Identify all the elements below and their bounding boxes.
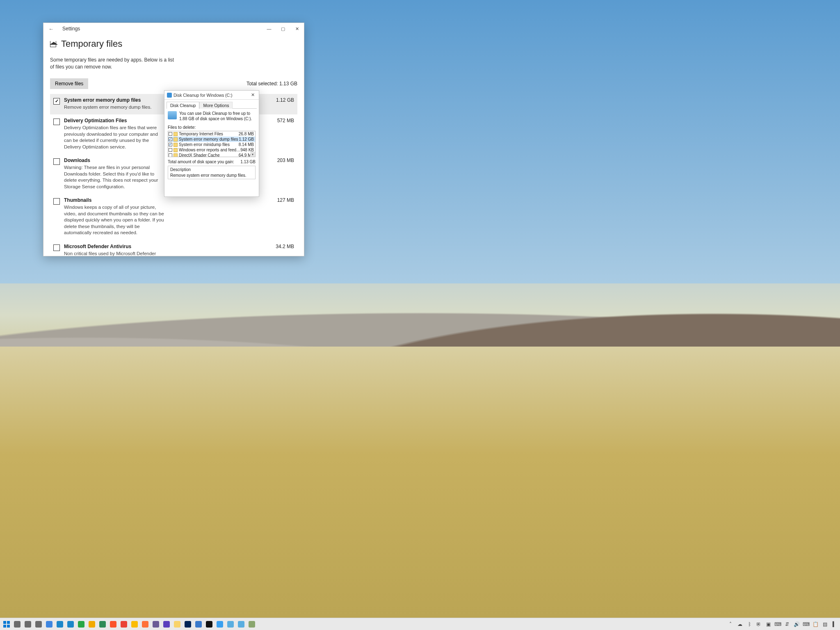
close-button[interactable]: ✕ <box>248 91 257 100</box>
settings-icon[interactable] <box>23 619 33 629</box>
item-desc: Delivery Optimization files are files th… <box>64 125 167 150</box>
volume-icon[interactable]: 🔊 <box>792 620 801 629</box>
description-box: Description Remove system error memory d… <box>168 166 256 179</box>
description-text: Remove system error memory dump files. <box>170 173 253 178</box>
item-desc: Non critical files used by Microsoft Def… <box>64 251 167 256</box>
checkbox[interactable] <box>53 119 60 125</box>
checkbox[interactable] <box>169 143 172 146</box>
item-size: 34.2 MB <box>276 244 294 249</box>
taskbar: ˄☁ᛒ⛨▣⌨⇵🔊⌨📋▤▍ <box>0 618 840 630</box>
cleanup-row[interactable]: DirectX Shader Cache64.9 MB <box>168 153 255 157</box>
cleanup-row[interactable]: Windows error reports and feedback di…94… <box>168 147 255 153</box>
item-name: Microsoft Defender Antivirus <box>64 244 131 249</box>
cleanup-row[interactable]: System error memory dump files1.12 GB <box>168 137 255 142</box>
checkbox[interactable] <box>53 244 60 251</box>
firefox-nightly-icon[interactable] <box>162 619 171 629</box>
sticky-icon[interactable] <box>226 619 235 629</box>
item-size: 1.12 GB <box>276 97 294 103</box>
close-button[interactable]: ✕ <box>290 23 304 34</box>
chrome-icon[interactable] <box>119 619 129 629</box>
edge-dev-icon[interactable] <box>76 619 86 629</box>
cleanup-file-list[interactable]: Temporary Internet Files26.8 MBSystem er… <box>168 131 256 157</box>
item-desc: Windows keeps a copy of all of your pict… <box>64 204 167 236</box>
item-name: Downloads <box>64 158 90 163</box>
row-name: Windows error reports and feedback di… <box>179 148 240 152</box>
disk-cleanup-window: Disk Cleanup for Windows (C:) ✕ Disk Cle… <box>164 90 259 197</box>
cmd-icon[interactable] <box>204 619 214 629</box>
temp-file-item[interactable]: Microsoft Defender Antivirus34.2 MBNon c… <box>50 240 297 256</box>
folder-green-icon[interactable] <box>98 619 107 629</box>
row-size: 1.12 GB <box>239 137 255 142</box>
tab-more-options[interactable]: More Options <box>199 102 233 109</box>
checkbox[interactable] <box>169 148 172 152</box>
row-name: System error memory dump files <box>179 137 239 142</box>
settings-app-name: Settings <box>62 26 80 32</box>
total-selected: Total selected: 1.13 GB <box>247 81 297 87</box>
cleanup-titlebar[interactable]: Disk Cleanup for Windows (C:) ✕ <box>164 91 259 100</box>
photos-icon[interactable] <box>215 619 225 629</box>
app1-icon[interactable] <box>44 619 54 629</box>
mail-icon[interactable] <box>194 619 203 629</box>
minimize-button[interactable]: — <box>262 23 276 34</box>
remove-files-button[interactable]: Remove files <box>50 78 88 89</box>
task-view-icon[interactable] <box>12 619 22 629</box>
powershell-icon[interactable] <box>183 619 193 629</box>
chevron-up-icon[interactable]: ˄ <box>726 620 735 629</box>
disk-cleanup-icon <box>167 93 172 98</box>
file-icon <box>173 132 178 136</box>
chrome-canary-icon[interactable] <box>130 619 139 629</box>
page-title-row: Temporary files <box>50 39 297 49</box>
action-center-icon[interactable]: ▤ <box>821 620 829 629</box>
system-tray: ˄☁ᛒ⛨▣⌨⇵🔊⌨📋▤▍ <box>726 620 838 629</box>
start-icon[interactable] <box>2 619 11 629</box>
file-icon <box>173 143 178 147</box>
row-size: 8.14 MB <box>239 142 255 147</box>
checkbox[interactable] <box>53 198 60 205</box>
checkbox[interactable] <box>169 153 172 157</box>
home-icon[interactable] <box>50 41 56 47</box>
recycle-icon[interactable] <box>247 619 257 629</box>
show-desktop-icon[interactable]: ▍ <box>830 620 838 629</box>
file-icon <box>173 148 178 152</box>
keyboard-icon[interactable]: ⌨ <box>774 620 782 629</box>
store-icon[interactable] <box>34 619 43 629</box>
edge-canary-icon[interactable] <box>87 619 97 629</box>
bluetooth-icon[interactable]: ᛒ <box>745 620 753 629</box>
checkbox[interactable] <box>53 158 60 165</box>
clipboard-icon[interactable]: 📋 <box>811 620 819 629</box>
checkbox[interactable] <box>169 132 172 136</box>
description-label: Description <box>170 167 253 172</box>
item-size: 572 MB <box>277 118 294 123</box>
svg-rect-2 <box>3 625 6 628</box>
item-desc: Warning: These are files in your persona… <box>64 164 167 190</box>
onedrive-icon[interactable]: ☁ <box>736 620 744 629</box>
app2-icon[interactable] <box>236 619 246 629</box>
checkbox[interactable] <box>53 98 60 105</box>
network-icon[interactable]: ⇵ <box>783 620 791 629</box>
item-size: 203 MB <box>277 158 294 163</box>
temp-file-item[interactable]: Thumbnails127 MBWindows keeps a copy of … <box>50 194 297 240</box>
settings-titlebar[interactable]: ← Settings — ▢ ✕ <box>43 23 304 34</box>
brave-icon[interactable] <box>108 619 118 629</box>
back-button[interactable]: ← <box>48 26 57 32</box>
firefox-dev-icon[interactable] <box>151 619 161 629</box>
edge-beta-icon[interactable] <box>66 619 75 629</box>
cleanup-row[interactable]: Temporary Internet Files26.8 MB <box>168 131 255 137</box>
firefox-icon[interactable] <box>140 619 150 629</box>
item-desc: Remove system error memory dump files. <box>64 104 167 111</box>
cleanup-row[interactable]: System error minidump files8.14 MB <box>168 142 255 147</box>
item-name: Thumbnails <box>64 197 91 203</box>
checkbox[interactable] <box>169 137 172 141</box>
maximize-button[interactable]: ▢ <box>276 23 290 34</box>
page-title: Temporary files <box>61 39 122 49</box>
file-explorer-icon[interactable] <box>172 619 182 629</box>
defender-icon[interactable]: ⛨ <box>755 620 763 629</box>
tab-disk-cleanup[interactable]: Disk Cleanup <box>167 102 199 109</box>
cleanup-tabs: Disk Cleanup More Options <box>167 101 257 109</box>
language-icon[interactable]: ⌨ <box>802 620 810 629</box>
row-size: 26.8 MB <box>239 132 255 136</box>
scroll-down-button[interactable]: ▾ <box>250 152 255 157</box>
file-icon <box>173 137 178 142</box>
edge-icon[interactable] <box>55 619 65 629</box>
cast-icon[interactable]: ▣ <box>764 620 772 629</box>
